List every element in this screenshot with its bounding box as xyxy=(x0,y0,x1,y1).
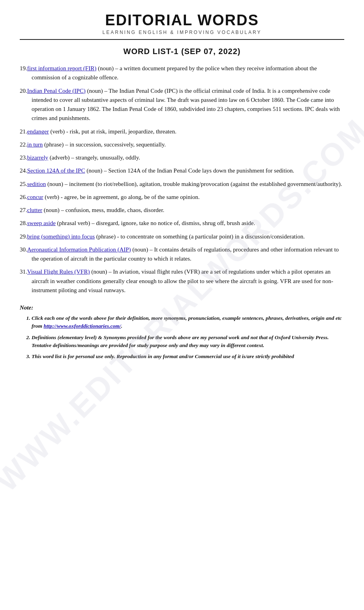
word-definition: (phrase) – in succession, successively, … xyxy=(43,141,166,148)
word-link[interactable]: endanger xyxy=(27,128,49,135)
item-number: 27. xyxy=(20,207,27,213)
word-definition: (verb) - risk, put at risk, imperil, jeo… xyxy=(49,128,176,135)
list-item: 21.endanger (verb) - risk, put at risk, … xyxy=(20,127,344,136)
note-item: This word list is for personal use only.… xyxy=(32,353,344,360)
word-definition: (phrase) - to concentrate on something (… xyxy=(95,233,305,240)
list-item: 23.bizarrely (adverb) – strangely, unusu… xyxy=(20,153,344,162)
item-number: 24. xyxy=(20,167,27,174)
word-link[interactable]: sweep aside xyxy=(27,220,56,226)
list-item: 19.first information report (FIR) (noun)… xyxy=(20,64,344,83)
item-number: 23. xyxy=(20,154,27,161)
note-label: Note: xyxy=(20,304,344,311)
list-item: 29.bring (something) into focus (phrase)… xyxy=(20,232,344,241)
item-number: 29. xyxy=(20,233,27,240)
word-link[interactable]: Aeronautical Information Publication (AI… xyxy=(27,246,131,253)
page-title: WORD LIST-1 (SEP 07, 2022) xyxy=(20,47,344,56)
item-number: 26. xyxy=(20,194,27,200)
word-definition: (adverb) – strangely, unusually, oddly. xyxy=(48,154,140,161)
word-link[interactable]: Indian Penal Code (IPC) xyxy=(27,88,86,94)
list-item: 20.Indian Penal Code (IPC) (noun) – The … xyxy=(20,86,344,123)
item-number: 21. xyxy=(20,128,27,135)
word-definition: (noun) – Section 124A of the Indian Pena… xyxy=(85,167,294,174)
item-number: 28. xyxy=(20,220,27,226)
list-item: 28.sweep aside (phrasal verb) – disregar… xyxy=(20,219,344,228)
list-item: 31.Visual Flight Rules (VFR) (noun) – In… xyxy=(20,267,344,295)
oxford-link[interactable]: http://www.oxforddictionaries.com/ xyxy=(43,323,121,329)
site-subtitle: LEARNING ENGLISH & IMPROVING VOCABULARY xyxy=(20,30,344,35)
list-item: 27.clutter (noun) – confusion, mess, mud… xyxy=(20,206,344,215)
item-number: 22. xyxy=(20,141,27,148)
list-item: 26.concur (verb) - agree, be in agreemen… xyxy=(20,193,344,202)
word-link[interactable]: sedition xyxy=(27,181,46,187)
list-item: 22.in turn (phrase) – in succession, suc… xyxy=(20,140,344,149)
list-item: 30.Aeronautical Information Publication … xyxy=(20,245,344,264)
word-definition: (noun) – incitement (to riot/rebellion),… xyxy=(46,181,342,187)
item-number: 30. xyxy=(20,246,27,253)
word-definition: (verb) - agree, be in agreement, go alon… xyxy=(43,194,200,200)
list-item: 25.sedition (noun) – incitement (to riot… xyxy=(20,180,344,189)
word-definition: (phrasal verb) – disregard, ignore, take… xyxy=(56,220,255,226)
note-section: Note: Click each one of the words above … xyxy=(20,304,344,360)
word-list: 19.first information report (FIR) (noun)… xyxy=(20,64,344,295)
site-title: EDITORIAL WORDS xyxy=(20,12,344,29)
item-number: 25. xyxy=(20,181,27,187)
list-item: 24.Section 124A of the IPC (noun) – Sect… xyxy=(20,166,344,175)
note-item: Definitions (elementary level) & Synonym… xyxy=(32,334,344,350)
word-link[interactable]: first information report (FIR) xyxy=(27,65,96,71)
word-link[interactable]: concur xyxy=(27,194,43,200)
note-item: Click each one of the words above for th… xyxy=(32,314,344,330)
word-link[interactable]: bring (something) into focus xyxy=(27,233,95,240)
word-definition: (noun) – confusion, mess, muddle, chaos,… xyxy=(42,207,164,213)
item-number: 20. xyxy=(20,88,27,94)
item-number: 31. xyxy=(20,268,27,275)
word-link[interactable]: bizarrely xyxy=(27,154,48,161)
word-link[interactable]: Section 124A of the IPC xyxy=(27,167,85,174)
note-list: Click each one of the words above for th… xyxy=(20,314,344,360)
word-link[interactable]: Visual Flight Rules (VFR) xyxy=(27,268,90,275)
page-header: EDITORIAL WORDS LEARNING ENGLISH & IMPRO… xyxy=(20,12,344,40)
item-number: 19. xyxy=(20,65,27,71)
word-link[interactable]: clutter xyxy=(27,207,42,213)
word-link[interactable]: in turn xyxy=(27,141,43,148)
